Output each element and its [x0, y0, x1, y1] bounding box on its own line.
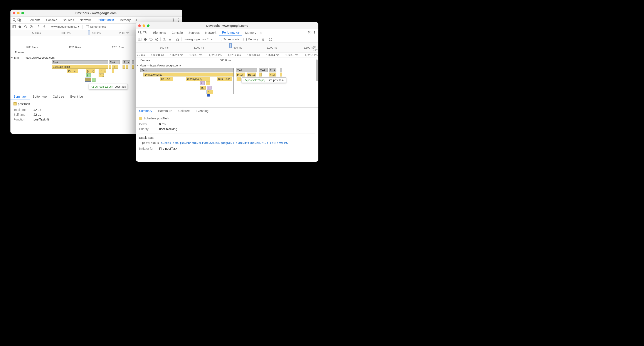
details-tab-event-log[interactable]: Event log: [193, 108, 212, 114]
svg-point-25: [270, 39, 271, 40]
memory-checkbox-input[interactable]: [244, 38, 246, 41]
tab-performance[interactable]: Performance: [220, 29, 242, 36]
kebab-menu-icon[interactable]: [312, 31, 317, 35]
record-icon[interactable]: [18, 25, 22, 29]
upload-icon[interactable]: [37, 25, 41, 29]
flame-event[interactable]: f: [86, 73, 91, 77]
flame-event[interactable]: [132, 65, 134, 69]
flame-event-task[interactable]: [280, 68, 282, 72]
collect-garbage-icon[interactable]: [261, 38, 265, 41]
tab-sources[interactable]: Sources: [60, 17, 76, 23]
flame-event[interactable]: R…: [112, 65, 118, 69]
flame-event-task[interactable]: Task: [236, 68, 257, 72]
toggle-side-panel-icon[interactable]: [12, 25, 16, 29]
flame-event-task[interactable]: T…k: [122, 60, 130, 64]
overview-ruler[interactable]: 500 ms 1,000 ms 500 ms 2,000 ms 2,500 ms…: [136, 43, 318, 53]
disclosure-triangle-icon[interactable]: [137, 65, 138, 66]
screenshots-checkbox-input[interactable]: [219, 38, 222, 41]
flame-event[interactable]: [126, 65, 128, 69]
titlebar[interactable]: DevTools - www.google.com/: [10, 10, 182, 17]
screenshots-checkbox-input[interactable]: [86, 25, 89, 28]
clear-icon[interactable]: [155, 38, 159, 41]
details-tab-event-log[interactable]: Event log: [67, 93, 86, 100]
flame-chart[interactable]: Task Task Task T…k Evaluate script Fi…k …: [136, 68, 318, 107]
details-tab-call-tree[interactable]: Call tree: [176, 108, 193, 114]
flame-event[interactable]: (a…s): [86, 69, 95, 73]
tab-elements[interactable]: Elements: [25, 17, 43, 23]
stack-trace-link[interactable]: m=cdos,hsm,jsa,mb4ZUb,cEt90b,SNUn3,qddgK…: [161, 141, 288, 144]
flame-event-task[interactable]: Task: [52, 60, 108, 64]
device-toggle-icon[interactable]: [17, 18, 21, 22]
recording-select[interactable]: www.google.com #1 ▾: [50, 25, 81, 29]
inspect-icon[interactable]: [138, 31, 142, 35]
tab-memory[interactable]: Memory: [243, 30, 259, 36]
tab-network[interactable]: Network: [202, 30, 219, 36]
more-tabs-icon[interactable]: [259, 31, 264, 35]
flame-event[interactable]: Ru…s: [247, 73, 256, 76]
tab-console[interactable]: Console: [43, 17, 60, 23]
toggle-side-panel-icon[interactable]: [138, 38, 142, 41]
tab-sources[interactable]: Sources: [186, 30, 202, 36]
flame-event-evaluate-script[interactable]: Evaluate script: [52, 65, 108, 69]
tab-network[interactable]: Network: [77, 17, 93, 23]
flame-event-task[interactable]: T…k: [269, 68, 276, 72]
tab-console[interactable]: Console: [169, 30, 185, 36]
flame-event[interactable]: p…: [200, 86, 206, 90]
tab-elements[interactable]: Elements: [150, 30, 168, 36]
time-ruler[interactable]: 2.7 ms 1,322.8 ms 1,322.9 ms 1,323.0 ms …: [136, 53, 318, 58]
recording-select[interactable]: www.google.com #1 ▾: [183, 37, 214, 41]
flame-event[interactable]: [109, 65, 111, 69]
frames-track-label[interactable]: Frames 500.0 ms: [136, 58, 318, 63]
flame-event[interactable]: [236, 77, 241, 81]
reload-icon[interactable]: [24, 25, 28, 29]
device-toggle-icon[interactable]: [142, 31, 147, 35]
clear-icon[interactable]: [29, 25, 33, 29]
flame-event[interactable]: R…s: [98, 69, 106, 73]
screenshots-checkbox[interactable]: Screenshots: [84, 25, 107, 29]
details-tab-call-tree[interactable]: Call tree: [50, 93, 67, 100]
playhead[interactable]: [229, 43, 232, 48]
screenshots-checkbox[interactable]: Screenshots: [218, 37, 240, 41]
flame-event[interactable]: r…: [206, 81, 210, 85]
download-icon[interactable]: [42, 25, 46, 29]
flame-event[interactable]: Co…e: [67, 69, 78, 73]
settings-gear-icon[interactable]: [172, 18, 176, 22]
home-icon[interactable]: [176, 38, 180, 41]
inspect-icon[interactable]: [12, 18, 16, 22]
details-tab-bottom-up[interactable]: Bottom-up: [155, 108, 176, 114]
flame-event-task[interactable]: [132, 60, 134, 64]
titlebar[interactable]: DevTools - www.google.com/: [136, 22, 318, 29]
details-tab-summary[interactable]: Summary: [136, 108, 155, 114]
flame-event[interactable]: [259, 73, 262, 76]
flame-event-posttask-selected[interactable]: [85, 78, 91, 82]
record-icon[interactable]: [144, 38, 147, 41]
flame-event-fire-posttask[interactable]: Fi…k: [236, 73, 245, 76]
flame-event-task[interactable]: Task: [109, 60, 120, 64]
upload-icon[interactable]: [162, 38, 166, 41]
details-tab-bottom-up[interactable]: Bottom-up: [30, 93, 50, 100]
tab-memory[interactable]: Memory: [117, 17, 134, 23]
flame-event[interactable]: [92, 78, 96, 82]
flame-event[interactable]: Co…de: [160, 77, 173, 81]
disclosure-triangle-icon[interactable]: [11, 57, 13, 58]
flame-event[interactable]: [280, 73, 282, 76]
main-track-label[interactable]: Main — https://www.google.com/: [136, 63, 318, 68]
flame-event-task[interactable]: Task: [259, 68, 268, 72]
memory-checkbox[interactable]: Memory: [242, 37, 260, 41]
svg-point-10: [19, 26, 21, 28]
panel-settings-gear-icon[interactable]: [268, 38, 272, 41]
settings-gear-icon[interactable]: [308, 31, 312, 35]
flame-event[interactable]: (…): [98, 73, 104, 77]
tab-performance[interactable]: Performance: [94, 17, 116, 23]
playhead[interactable]: [88, 31, 90, 35]
flame-event[interactable]: F…k: [269, 73, 276, 76]
flame-event[interactable]: f: [200, 81, 204, 85]
details-tab-summary[interactable]: Summary: [10, 93, 30, 100]
flame-event-anonymous[interactable]: (anonymous): [186, 77, 210, 81]
flame-event[interactable]: [112, 69, 114, 73]
flame-event[interactable]: [122, 65, 125, 69]
more-tabs-icon[interactable]: [134, 18, 138, 22]
reload-icon[interactable]: [149, 38, 153, 41]
kebab-menu-icon[interactable]: [176, 18, 181, 22]
download-icon[interactable]: [168, 38, 172, 41]
